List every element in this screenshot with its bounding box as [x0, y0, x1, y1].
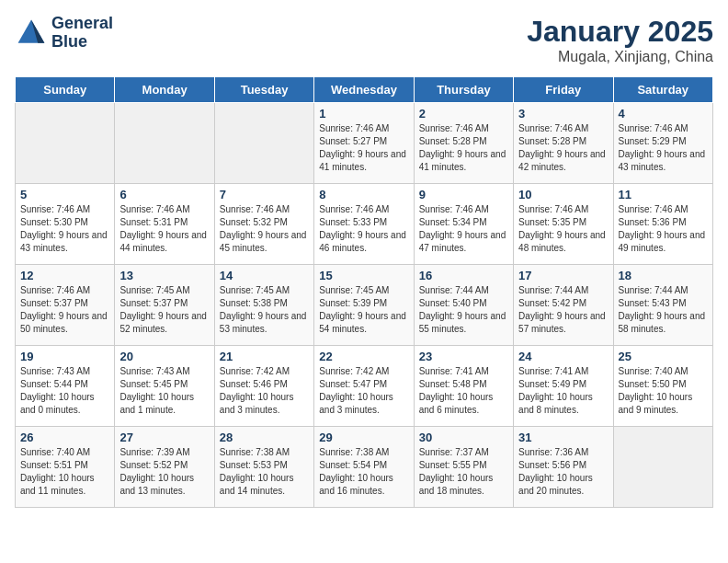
- day-info: Sunrise: 7:39 AM Sunset: 5:52 PM Dayligh…: [119, 446, 209, 498]
- day-number: 28: [220, 431, 309, 444]
- day-info: Sunrise: 7:46 AM Sunset: 5:35 PM Dayligh…: [518, 203, 608, 255]
- calendar-table: SundayMondayTuesdayWednesdayThursdayFrid…: [15, 76, 713, 508]
- calendar-cell: 8Sunrise: 7:46 AM Sunset: 5:33 PM Daylig…: [314, 184, 414, 265]
- day-info: Sunrise: 7:36 AM Sunset: 5:56 PM Dayligh…: [518, 446, 608, 498]
- day-info: Sunrise: 7:41 AM Sunset: 5:48 PM Dayligh…: [419, 365, 508, 417]
- day-number: 19: [20, 350, 109, 363]
- calendar-cell: 1Sunrise: 7:46 AM Sunset: 5:27 PM Daylig…: [314, 103, 414, 184]
- day-number: 15: [319, 269, 408, 282]
- day-info: Sunrise: 7:46 AM Sunset: 5:29 PM Dayligh…: [619, 122, 708, 174]
- logo: General Blue: [15, 15, 113, 52]
- calendar-cell: 18Sunrise: 7:44 AM Sunset: 5:43 PM Dayli…: [613, 265, 712, 346]
- calendar-cell: 26Sunrise: 7:40 AM Sunset: 5:51 PM Dayli…: [16, 427, 115, 508]
- calendar-cell: 10Sunrise: 7:46 AM Sunset: 5:35 PM Dayli…: [514, 184, 613, 265]
- day-info: Sunrise: 7:45 AM Sunset: 5:38 PM Dayligh…: [220, 284, 309, 336]
- calendar-cell: [115, 103, 214, 184]
- day-number: 31: [518, 431, 608, 444]
- logo-icon: [15, 17, 48, 50]
- calendar-cell: 20Sunrise: 7:43 AM Sunset: 5:45 PM Dayli…: [115, 346, 214, 427]
- calendar-cell: 3Sunrise: 7:46 AM Sunset: 5:28 PM Daylig…: [514, 103, 613, 184]
- calendar-cell: 9Sunrise: 7:46 AM Sunset: 5:34 PM Daylig…: [414, 184, 513, 265]
- calendar-week: 26Sunrise: 7:40 AM Sunset: 5:51 PM Dayli…: [16, 427, 713, 508]
- day-number: 1: [319, 107, 408, 121]
- day-number: 8: [319, 188, 408, 201]
- day-info: Sunrise: 7:43 AM Sunset: 5:45 PM Dayligh…: [119, 365, 209, 417]
- day-number: 26: [20, 431, 109, 444]
- calendar-cell: 19Sunrise: 7:43 AM Sunset: 5:44 PM Dayli…: [16, 346, 115, 427]
- calendar-cell: 7Sunrise: 7:46 AM Sunset: 5:32 PM Daylig…: [214, 184, 313, 265]
- calendar-cell: 25Sunrise: 7:40 AM Sunset: 5:50 PM Dayli…: [613, 346, 712, 427]
- calendar-cell: 14Sunrise: 7:45 AM Sunset: 5:38 PM Dayli…: [214, 265, 313, 346]
- calendar-week: 12Sunrise: 7:46 AM Sunset: 5:37 PM Dayli…: [16, 265, 713, 346]
- day-info: Sunrise: 7:46 AM Sunset: 5:31 PM Dayligh…: [119, 203, 209, 255]
- day-info: Sunrise: 7:44 AM Sunset: 5:42 PM Dayligh…: [518, 284, 608, 336]
- calendar-cell: 29Sunrise: 7:38 AM Sunset: 5:54 PM Dayli…: [314, 427, 414, 508]
- calendar-cell: 12Sunrise: 7:46 AM Sunset: 5:37 PM Dayli…: [16, 265, 115, 346]
- day-info: Sunrise: 7:42 AM Sunset: 5:47 PM Dayligh…: [319, 365, 408, 417]
- day-number: 23: [419, 350, 508, 363]
- calendar-cell: [16, 103, 115, 184]
- day-info: Sunrise: 7:44 AM Sunset: 5:40 PM Dayligh…: [419, 284, 508, 336]
- calendar-cell: 24Sunrise: 7:41 AM Sunset: 5:49 PM Dayli…: [514, 346, 613, 427]
- day-number: 4: [619, 107, 708, 121]
- day-number: 22: [319, 350, 408, 363]
- day-number: 6: [119, 188, 209, 201]
- calendar-week: 19Sunrise: 7:43 AM Sunset: 5:44 PM Dayli…: [16, 346, 713, 427]
- day-info: Sunrise: 7:42 AM Sunset: 5:46 PM Dayligh…: [220, 365, 309, 417]
- calendar-cell: 6Sunrise: 7:46 AM Sunset: 5:31 PM Daylig…: [115, 184, 214, 265]
- day-number: 30: [419, 431, 508, 444]
- day-info: Sunrise: 7:44 AM Sunset: 5:43 PM Dayligh…: [619, 284, 708, 336]
- calendar-subtitle: Mugala, Xinjiang, China: [527, 49, 713, 65]
- logo-text: General Blue: [51, 15, 113, 52]
- weekday-header: Thursday: [414, 77, 513, 103]
- calendar-cell: 15Sunrise: 7:45 AM Sunset: 5:39 PM Dayli…: [314, 265, 414, 346]
- day-info: Sunrise: 7:45 AM Sunset: 5:37 PM Dayligh…: [119, 284, 209, 336]
- day-info: Sunrise: 7:46 AM Sunset: 5:37 PM Dayligh…: [20, 284, 109, 336]
- calendar-body: 1Sunrise: 7:46 AM Sunset: 5:27 PM Daylig…: [16, 103, 713, 508]
- calendar-cell: 21Sunrise: 7:42 AM Sunset: 5:46 PM Dayli…: [214, 346, 313, 427]
- day-number: 9: [419, 188, 508, 201]
- day-number: 25: [619, 350, 708, 363]
- day-number: 27: [119, 431, 209, 444]
- calendar-cell: 11Sunrise: 7:46 AM Sunset: 5:36 PM Dayli…: [613, 184, 712, 265]
- calendar-cell: [214, 103, 313, 184]
- calendar-cell: 4Sunrise: 7:46 AM Sunset: 5:29 PM Daylig…: [613, 103, 712, 184]
- weekday-header: Tuesday: [214, 77, 313, 103]
- title-block: January 2025 Mugala, Xinjiang, China: [527, 15, 713, 65]
- weekday-header: Saturday: [613, 77, 712, 103]
- calendar-cell: 23Sunrise: 7:41 AM Sunset: 5:48 PM Dayli…: [414, 346, 513, 427]
- calendar-cell: 31Sunrise: 7:36 AM Sunset: 5:56 PM Dayli…: [514, 427, 613, 508]
- day-info: Sunrise: 7:37 AM Sunset: 5:55 PM Dayligh…: [419, 446, 508, 498]
- day-number: 20: [119, 350, 209, 363]
- day-info: Sunrise: 7:46 AM Sunset: 5:27 PM Dayligh…: [319, 122, 408, 174]
- weekday-header: Sunday: [16, 77, 115, 103]
- calendar-week: 5Sunrise: 7:46 AM Sunset: 5:30 PM Daylig…: [16, 184, 713, 265]
- day-number: 11: [619, 188, 708, 201]
- day-info: Sunrise: 7:46 AM Sunset: 5:34 PM Dayligh…: [419, 203, 508, 255]
- day-info: Sunrise: 7:46 AM Sunset: 5:36 PM Dayligh…: [619, 203, 708, 255]
- day-number: 5: [20, 188, 109, 201]
- page-header: General Blue January 2025 Mugala, Xinjia…: [15, 15, 713, 65]
- calendar-cell: 2Sunrise: 7:46 AM Sunset: 5:28 PM Daylig…: [414, 103, 513, 184]
- day-number: 18: [619, 269, 708, 282]
- day-info: Sunrise: 7:38 AM Sunset: 5:54 PM Dayligh…: [319, 446, 408, 498]
- day-info: Sunrise: 7:40 AM Sunset: 5:51 PM Dayligh…: [20, 446, 109, 498]
- calendar-cell: 17Sunrise: 7:44 AM Sunset: 5:42 PM Dayli…: [514, 265, 613, 346]
- calendar-header: SundayMondayTuesdayWednesdayThursdayFrid…: [16, 77, 713, 103]
- calendar-cell: 5Sunrise: 7:46 AM Sunset: 5:30 PM Daylig…: [16, 184, 115, 265]
- day-info: Sunrise: 7:45 AM Sunset: 5:39 PM Dayligh…: [319, 284, 408, 336]
- calendar-cell: 27Sunrise: 7:39 AM Sunset: 5:52 PM Dayli…: [115, 427, 214, 508]
- day-info: Sunrise: 7:38 AM Sunset: 5:53 PM Dayligh…: [220, 446, 309, 498]
- calendar-title: January 2025: [527, 15, 713, 49]
- day-info: Sunrise: 7:46 AM Sunset: 5:32 PM Dayligh…: [220, 203, 309, 255]
- day-info: Sunrise: 7:46 AM Sunset: 5:30 PM Dayligh…: [20, 203, 109, 255]
- calendar-cell: 28Sunrise: 7:38 AM Sunset: 5:53 PM Dayli…: [214, 427, 313, 508]
- day-info: Sunrise: 7:46 AM Sunset: 5:28 PM Dayligh…: [518, 122, 608, 174]
- day-number: 16: [419, 269, 508, 282]
- day-number: 2: [419, 107, 508, 121]
- weekday-header: Monday: [115, 77, 214, 103]
- day-number: 10: [518, 188, 608, 201]
- day-info: Sunrise: 7:41 AM Sunset: 5:49 PM Dayligh…: [518, 365, 608, 417]
- day-number: 3: [518, 107, 608, 121]
- day-number: 14: [220, 269, 309, 282]
